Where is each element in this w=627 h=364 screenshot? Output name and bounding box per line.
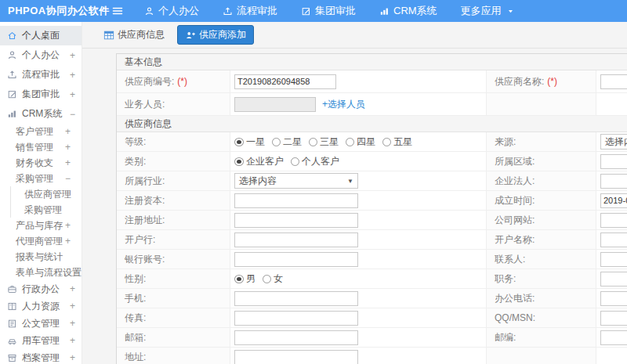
input-企业法人[interactable] — [600, 174, 627, 189]
form-label-cell: 供应商编号:(*) — [117, 70, 230, 92]
radio-四星[interactable] — [346, 138, 354, 146]
input-银行账号[interactable] — [234, 252, 358, 267]
form-label-cell: 联系人: — [487, 250, 596, 268]
tab-bar: 供应商信息供应商添加 — [82, 22, 627, 49]
input-业务人员[interactable] — [234, 97, 316, 112]
field-label: 来源: — [495, 135, 516, 149]
field-label: 供应商编号: — [125, 75, 174, 88]
form-field-cell: 选择内容▼ — [230, 171, 487, 190]
sidebar-item-19[interactable]: 档案管理+ — [0, 349, 82, 364]
topnav-item-0[interactable]: 个人办公 — [144, 4, 199, 18]
expand-toggle-icon[interactable]: − — [65, 173, 71, 184]
select-来源[interactable]: 选择内容▼ — [600, 134, 627, 150]
expand-toggle-icon[interactable]: + — [70, 50, 75, 61]
sidebar-item-9[interactable]: 供应商管理 — [0, 186, 82, 202]
radio-企业客户[interactable] — [234, 157, 244, 166]
input-成立时间[interactable] — [600, 193, 627, 208]
sidebar-item-7[interactable]: 财务收支+ — [0, 155, 82, 171]
radio-女[interactable] — [263, 275, 271, 283]
sidebar-item-11[interactable]: 产品与库存+ — [0, 218, 82, 233]
expand-toggle-icon[interactable]: + — [70, 283, 75, 294]
expand-toggle-icon[interactable]: + — [70, 352, 75, 363]
expand-toggle-icon[interactable]: + — [70, 335, 75, 346]
expand-toggle-icon[interactable]: + — [70, 89, 75, 100]
expand-toggle-icon[interactable]: + — [65, 220, 71, 231]
input-地址[interactable] — [234, 350, 358, 364]
sidebar-item-16[interactable]: 人力资源+ — [0, 297, 82, 315]
sidebar-item-13[interactable]: 报表与统计 — [0, 249, 82, 265]
input-供应商编号[interactable] — [234, 74, 336, 89]
form-label-cell: 企业法人: — [487, 171, 596, 190]
expand-toggle-icon[interactable]: + — [65, 126, 71, 137]
input-传真[interactable] — [234, 311, 358, 326]
radio-五星[interactable] — [382, 138, 391, 146]
select-person-link[interactable]: +选择人员 — [322, 98, 365, 111]
radio-三星[interactable] — [309, 138, 317, 146]
tab-1[interactable]: 供应商添加 — [177, 25, 254, 45]
input-所属区域[interactable] — [600, 154, 627, 169]
radio-label: 男 — [246, 272, 256, 286]
expand-toggle-icon[interactable]: + — [70, 301, 75, 312]
expand-toggle-icon[interactable]: + — [70, 70, 75, 81]
input-职务[interactable] — [600, 272, 627, 287]
input-供应商名称[interactable] — [600, 74, 627, 89]
sidebar-item-6[interactable]: 销售管理+ — [0, 139, 82, 155]
expand-toggle-icon[interactable]: − — [70, 109, 75, 120]
sidebar-item-8[interactable]: 采购管理− — [0, 171, 82, 186]
radio-个人客户[interactable] — [291, 157, 299, 166]
form-row: 等级:一星二星三星四星五星来源:选择内容▼ — [117, 132, 627, 152]
topnav-item-1[interactable]: 流程审批 — [223, 4, 277, 18]
form-label-cell: 手机: — [117, 289, 230, 308]
sidebar-item-0[interactable]: 个人桌面 — [0, 26, 82, 45]
expand-toggle-icon[interactable]: + — [65, 157, 71, 168]
expand-toggle-icon[interactable]: + — [65, 236, 71, 247]
input-开户名称[interactable] — [600, 232, 627, 247]
select-value: 选择内容 — [239, 175, 277, 188]
input-注册资本[interactable] — [234, 193, 358, 208]
form-row: 开户行:开户名称: — [117, 230, 627, 250]
menu-toggle-icon[interactable] — [111, 5, 124, 17]
input-办公电话[interactable] — [600, 291, 627, 306]
sidebar-item-15[interactable]: 行政办公+ — [0, 280, 82, 297]
topnav-item-2[interactable]: 集团审批 — [301, 4, 356, 18]
sidebar-item-14[interactable]: 表单与流程设置+ — [0, 265, 82, 280]
sidebar-item-3[interactable]: 集团审批+ — [0, 85, 82, 104]
sidebar-item-18[interactable]: 用车管理+ — [0, 332, 82, 349]
field-label: 银行账号: — [125, 253, 165, 266]
radio-二星[interactable] — [272, 138, 281, 146]
sidebar-item-label: 销售管理 — [16, 141, 53, 154]
field-label: QQ/MSN: — [495, 312, 535, 323]
form-field-cell — [230, 191, 487, 210]
form-field-cell — [230, 230, 487, 249]
sidebar-item-4[interactable]: CRM系统− — [0, 104, 82, 124]
input-公司网站[interactable] — [600, 213, 627, 228]
sidebar-item-label: 用车管理 — [22, 334, 60, 348]
tab-0[interactable]: 供应商信息 — [100, 26, 168, 44]
topnav-item-3[interactable]: CRM系统 — [379, 4, 437, 18]
form-label-cell: 邮编: — [487, 328, 596, 347]
input-QQ/MSN[interactable] — [600, 311, 627, 326]
sidebar-item-12[interactable]: 代理商管理+ — [0, 233, 82, 249]
sidebar-item-5[interactable]: 客户管理+ — [0, 124, 82, 139]
select-所属行业[interactable]: 选择内容▼ — [234, 173, 358, 189]
radio-男[interactable] — [234, 275, 244, 283]
input-邮箱[interactable] — [234, 330, 358, 345]
caret-down-icon — [507, 8, 514, 15]
form-label-cell: 开户名称: — [487, 230, 596, 249]
sidebar-item-2[interactable]: 流程审批+ — [0, 65, 82, 85]
form-label-cell: 注册资本: — [117, 191, 230, 210]
form-row: 手机:办公电话: — [117, 289, 627, 308]
input-注册地址[interactable] — [234, 213, 358, 228]
expand-toggle-icon[interactable]: + — [70, 318, 75, 329]
sidebar-item-17[interactable]: 公文管理+ — [0, 315, 82, 332]
sidebar-item-10[interactable]: 采购管理 — [0, 202, 82, 218]
input-手机[interactable] — [234, 291, 358, 306]
topnav-item-4[interactable]: 更多应用 — [461, 4, 514, 18]
radio-一星[interactable] — [234, 138, 244, 146]
form-label-cell: 类别: — [117, 152, 230, 171]
input-开户行[interactable] — [234, 232, 358, 247]
expand-toggle-icon[interactable]: + — [65, 142, 71, 153]
input-联系人[interactable] — [600, 252, 627, 267]
input-邮编[interactable] — [600, 330, 627, 345]
sidebar-item-1[interactable]: 个人办公+ — [0, 45, 82, 65]
